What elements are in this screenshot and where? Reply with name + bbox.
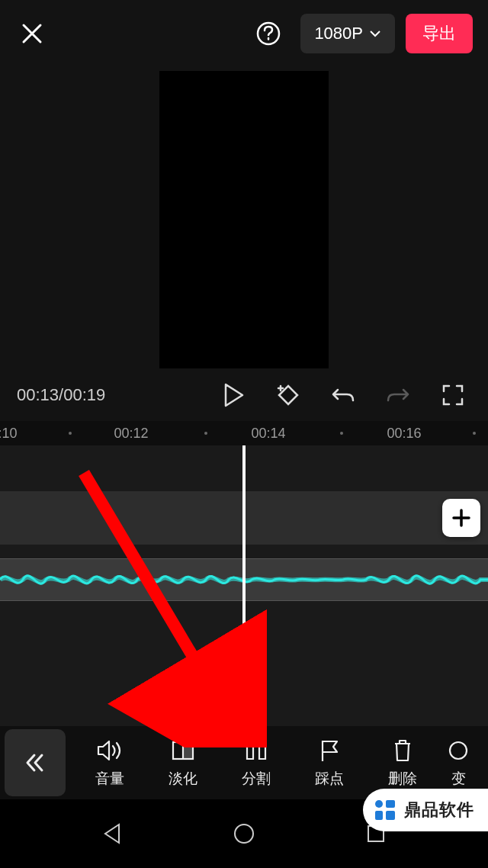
watermark-badge: 鼎品软件 bbox=[363, 789, 488, 831]
timecode: 00:13/00:19 bbox=[17, 385, 105, 405]
tool-split[interactable]: 分割 bbox=[220, 729, 293, 796]
svg-rect-9 bbox=[386, 800, 395, 808]
android-back-button[interactable] bbox=[89, 811, 135, 857]
chevron-double-left-icon bbox=[24, 751, 47, 774]
ruler-tick: 00:14 bbox=[251, 426, 285, 442]
redo-icon bbox=[385, 384, 411, 407]
svg-point-8 bbox=[375, 800, 383, 808]
play-button[interactable] bbox=[215, 377, 252, 413]
export-label: 导出 bbox=[422, 22, 456, 45]
keyframe-button[interactable] bbox=[270, 377, 307, 413]
ruler-tick: 00:12 bbox=[114, 426, 148, 442]
add-clip-button[interactable] bbox=[442, 499, 480, 537]
ruler-dot bbox=[473, 432, 476, 435]
undo-icon bbox=[330, 384, 356, 407]
keyframe-add-icon bbox=[274, 381, 302, 409]
trash-icon bbox=[392, 738, 413, 763]
tool-label: 踩点 bbox=[315, 769, 344, 789]
preview-frame bbox=[159, 71, 329, 368]
ruler-tick: 0:10 bbox=[0, 426, 18, 442]
play-icon bbox=[223, 383, 244, 407]
help-button[interactable] bbox=[252, 17, 285, 50]
resolution-dropdown[interactable]: 1080P bbox=[300, 14, 395, 53]
ruler-dot bbox=[340, 432, 343, 435]
tool-label: 删除 bbox=[388, 769, 417, 789]
preview-area[interactable] bbox=[0, 67, 488, 372]
svg-rect-11 bbox=[386, 811, 395, 820]
tool-label: 变 bbox=[451, 769, 466, 789]
split-icon bbox=[244, 739, 268, 762]
tool-label: 淡化 bbox=[169, 769, 197, 789]
svg-point-5 bbox=[450, 742, 467, 759]
fullscreen-button[interactable] bbox=[435, 377, 471, 413]
undo-button[interactable] bbox=[325, 377, 361, 413]
tool-label: 音量 bbox=[95, 769, 124, 789]
circle-icon bbox=[447, 739, 470, 762]
current-time: 00:13 bbox=[17, 385, 59, 404]
fade-icon bbox=[171, 739, 195, 762]
total-time: 00:19 bbox=[63, 385, 105, 404]
help-icon bbox=[255, 21, 281, 47]
ruler-dot bbox=[204, 432, 207, 435]
fullscreen-icon bbox=[441, 384, 464, 407]
tool-label: 分割 bbox=[242, 769, 271, 789]
playhead[interactable] bbox=[242, 445, 246, 726]
svg-point-6 bbox=[235, 825, 253, 843]
close-button[interactable] bbox=[15, 17, 49, 50]
timeline-tracks[interactable] bbox=[0, 445, 488, 726]
tool-volume[interactable]: 音量 bbox=[73, 729, 146, 796]
tool-transform[interactable]: 变 bbox=[439, 729, 477, 796]
nav-home-icon bbox=[232, 821, 256, 846]
tool-delete[interactable]: 删除 bbox=[366, 729, 439, 796]
tool-fade[interactable]: 淡化 bbox=[146, 729, 220, 796]
watermark-logo-icon bbox=[372, 797, 398, 823]
chevron-down-icon bbox=[369, 30, 381, 37]
tool-beat[interactable]: 踩点 bbox=[293, 729, 366, 796]
close-icon bbox=[21, 22, 43, 45]
watermark-text: 鼎品软件 bbox=[404, 799, 474, 821]
resolution-label: 1080P bbox=[314, 24, 363, 43]
nav-back-icon bbox=[102, 822, 122, 845]
redo-button[interactable] bbox=[380, 377, 416, 413]
flag-icon bbox=[319, 738, 340, 763]
export-button[interactable]: 导出 bbox=[406, 14, 473, 53]
collapse-tools-button[interactable] bbox=[5, 729, 66, 796]
ruler-dot bbox=[69, 432, 72, 435]
svg-rect-4 bbox=[183, 742, 193, 759]
plus-icon bbox=[451, 507, 472, 529]
volume-icon bbox=[97, 739, 123, 762]
android-home-button[interactable] bbox=[221, 811, 267, 857]
ruler-tick: 00:16 bbox=[387, 426, 421, 442]
timeline-ruler[interactable]: 0:10 00:12 00:14 00:16 bbox=[0, 421, 488, 445]
svg-rect-10 bbox=[375, 811, 383, 820]
